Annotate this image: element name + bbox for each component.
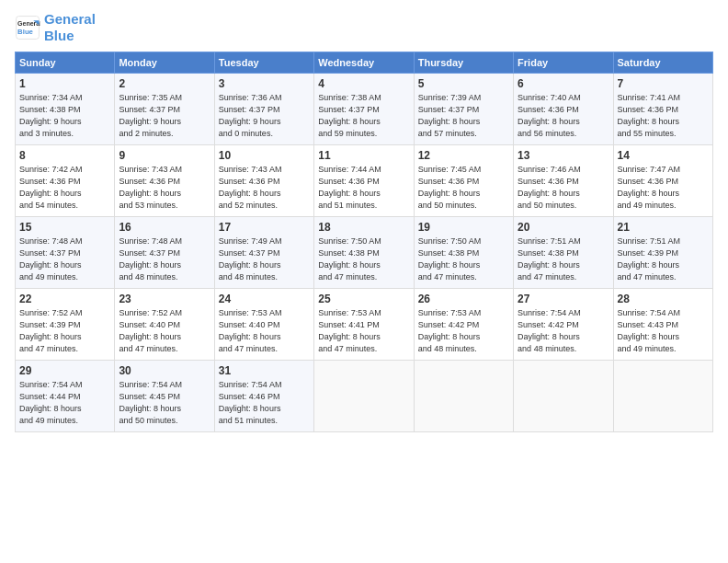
col-header-tuesday: Tuesday bbox=[214, 52, 313, 74]
day-cell: 29Sunrise: 7:54 AMSunset: 4:44 PMDayligh… bbox=[16, 361, 115, 432]
day-cell: 18Sunrise: 7:50 AMSunset: 4:38 PMDayligh… bbox=[314, 217, 414, 289]
week-row-5: 29Sunrise: 7:54 AMSunset: 4:44 PMDayligh… bbox=[16, 361, 713, 432]
day-info: Sunrise: 7:45 AMSunset: 4:36 PMDaylight:… bbox=[418, 164, 509, 212]
day-info: Sunrise: 7:54 AMSunset: 4:42 PMDaylight:… bbox=[518, 307, 609, 355]
day-info: Sunrise: 7:52 AMSunset: 4:39 PMDaylight:… bbox=[19, 307, 110, 355]
day-number: 9 bbox=[119, 149, 210, 162]
day-cell: 16Sunrise: 7:48 AMSunset: 4:37 PMDayligh… bbox=[115, 217, 214, 289]
day-cell: 9Sunrise: 7:43 AMSunset: 4:36 PMDaylight… bbox=[115, 145, 214, 217]
day-info: Sunrise: 7:43 AMSunset: 4:36 PMDaylight:… bbox=[219, 164, 310, 212]
day-info: Sunrise: 7:54 AMSunset: 4:43 PMDaylight:… bbox=[618, 307, 709, 355]
day-number: 24 bbox=[219, 293, 310, 305]
day-cell: 28Sunrise: 7:54 AMSunset: 4:43 PMDayligh… bbox=[613, 289, 712, 361]
day-info: Sunrise: 7:53 AMSunset: 4:40 PMDaylight:… bbox=[219, 307, 310, 355]
header-row: SundayMondayTuesdayWednesdayThursdayFrid… bbox=[16, 52, 713, 74]
day-number: 5 bbox=[418, 77, 509, 90]
day-info: Sunrise: 7:48 AMSunset: 4:37 PMDaylight:… bbox=[19, 236, 110, 283]
day-number: 25 bbox=[318, 293, 409, 305]
week-row-2: 8Sunrise: 7:42 AMSunset: 4:36 PMDaylight… bbox=[16, 145, 713, 217]
day-cell: 15Sunrise: 7:48 AMSunset: 4:37 PMDayligh… bbox=[16, 217, 115, 289]
week-row-3: 15Sunrise: 7:48 AMSunset: 4:37 PMDayligh… bbox=[16, 217, 713, 289]
day-info: Sunrise: 7:38 AMSunset: 4:37 PMDaylight:… bbox=[318, 92, 409, 140]
day-cell: 26Sunrise: 7:53 AMSunset: 4:42 PMDayligh… bbox=[414, 289, 513, 361]
day-info: Sunrise: 7:50 AMSunset: 4:38 PMDaylight:… bbox=[418, 236, 509, 283]
day-cell: 17Sunrise: 7:49 AMSunset: 4:37 PMDayligh… bbox=[214, 217, 313, 289]
day-cell: 14Sunrise: 7:47 AMSunset: 4:36 PMDayligh… bbox=[613, 145, 712, 217]
day-number: 13 bbox=[518, 149, 609, 162]
day-info: Sunrise: 7:54 AMSunset: 4:46 PMDaylight:… bbox=[219, 379, 310, 427]
day-cell: 27Sunrise: 7:54 AMSunset: 4:42 PMDayligh… bbox=[514, 289, 613, 361]
page-container: General Blue GeneralBlue SundayMondayTue… bbox=[0, 0, 728, 440]
day-number: 26 bbox=[418, 293, 509, 305]
logo-text: GeneralBlue bbox=[44, 11, 96, 44]
day-number: 21 bbox=[618, 221, 709, 234]
day-info: Sunrise: 7:47 AMSunset: 4:36 PMDaylight:… bbox=[618, 164, 709, 212]
day-info: Sunrise: 7:39 AMSunset: 4:37 PMDaylight:… bbox=[418, 92, 509, 140]
day-cell: 20Sunrise: 7:51 AMSunset: 4:38 PMDayligh… bbox=[514, 217, 613, 289]
day-number: 31 bbox=[219, 364, 310, 377]
day-info: Sunrise: 7:49 AMSunset: 4:37 PMDaylight:… bbox=[219, 236, 310, 283]
day-cell: 11Sunrise: 7:44 AMSunset: 4:36 PMDayligh… bbox=[314, 145, 414, 217]
day-info: Sunrise: 7:53 AMSunset: 4:42 PMDaylight:… bbox=[418, 307, 509, 355]
day-info: Sunrise: 7:41 AMSunset: 4:36 PMDaylight:… bbox=[618, 92, 709, 140]
day-number: 11 bbox=[318, 149, 409, 162]
day-cell: 10Sunrise: 7:43 AMSunset: 4:36 PMDayligh… bbox=[214, 145, 313, 217]
day-cell: 13Sunrise: 7:46 AMSunset: 4:36 PMDayligh… bbox=[514, 145, 613, 217]
day-info: Sunrise: 7:42 AMSunset: 4:36 PMDaylight:… bbox=[19, 164, 110, 212]
day-info: Sunrise: 7:51 AMSunset: 4:38 PMDaylight:… bbox=[518, 236, 609, 283]
day-info: Sunrise: 7:35 AMSunset: 4:37 PMDaylight:… bbox=[119, 92, 210, 140]
day-number: 7 bbox=[618, 77, 709, 90]
day-info: Sunrise: 7:50 AMSunset: 4:38 PMDaylight:… bbox=[318, 236, 409, 283]
day-cell: 5Sunrise: 7:39 AMSunset: 4:37 PMDaylight… bbox=[414, 74, 513, 145]
day-cell: 6Sunrise: 7:40 AMSunset: 4:36 PMDaylight… bbox=[514, 74, 613, 145]
day-cell: 23Sunrise: 7:52 AMSunset: 4:40 PMDayligh… bbox=[115, 289, 214, 361]
logo: General Blue GeneralBlue bbox=[15, 11, 96, 44]
day-cell: 12Sunrise: 7:45 AMSunset: 4:36 PMDayligh… bbox=[414, 145, 513, 217]
day-info: Sunrise: 7:40 AMSunset: 4:36 PMDaylight:… bbox=[518, 92, 609, 140]
day-cell: 30Sunrise: 7:54 AMSunset: 4:45 PMDayligh… bbox=[115, 361, 214, 432]
day-info: Sunrise: 7:43 AMSunset: 4:36 PMDaylight:… bbox=[119, 164, 210, 212]
col-header-thursday: Thursday bbox=[414, 52, 513, 74]
day-cell: 7Sunrise: 7:41 AMSunset: 4:36 PMDaylight… bbox=[613, 74, 712, 145]
day-info: Sunrise: 7:54 AMSunset: 4:45 PMDaylight:… bbox=[119, 379, 210, 427]
logo-icon: General Blue bbox=[15, 15, 40, 40]
day-number: 16 bbox=[119, 221, 210, 234]
day-cell: 22Sunrise: 7:52 AMSunset: 4:39 PMDayligh… bbox=[16, 289, 115, 361]
day-number: 23 bbox=[119, 293, 210, 305]
day-number: 22 bbox=[19, 293, 110, 305]
day-cell: 19Sunrise: 7:50 AMSunset: 4:38 PMDayligh… bbox=[414, 217, 513, 289]
svg-text:Blue: Blue bbox=[17, 28, 34, 36]
day-number: 4 bbox=[318, 77, 409, 90]
day-number: 1 bbox=[19, 77, 110, 90]
day-number: 3 bbox=[219, 77, 310, 90]
week-row-1: 1Sunrise: 7:34 AMSunset: 4:38 PMDaylight… bbox=[16, 74, 713, 145]
day-cell: 2Sunrise: 7:35 AMSunset: 4:37 PMDaylight… bbox=[115, 74, 214, 145]
day-number: 18 bbox=[318, 221, 409, 234]
day-info: Sunrise: 7:53 AMSunset: 4:41 PMDaylight:… bbox=[318, 307, 409, 355]
col-header-friday: Friday bbox=[514, 52, 613, 74]
day-cell bbox=[514, 361, 613, 432]
day-cell: 24Sunrise: 7:53 AMSunset: 4:40 PMDayligh… bbox=[214, 289, 313, 361]
col-header-monday: Monday bbox=[115, 52, 214, 74]
day-info: Sunrise: 7:48 AMSunset: 4:37 PMDaylight:… bbox=[119, 236, 210, 283]
day-info: Sunrise: 7:44 AMSunset: 4:36 PMDaylight:… bbox=[318, 164, 409, 212]
day-cell: 8Sunrise: 7:42 AMSunset: 4:36 PMDaylight… bbox=[16, 145, 115, 217]
day-number: 29 bbox=[19, 364, 110, 377]
calendar-table: SundayMondayTuesdayWednesdayThursdayFrid… bbox=[15, 52, 713, 432]
day-number: 30 bbox=[119, 364, 210, 377]
day-number: 6 bbox=[518, 77, 609, 90]
day-number: 20 bbox=[518, 221, 609, 234]
day-cell bbox=[613, 361, 712, 432]
day-cell: 1Sunrise: 7:34 AMSunset: 4:38 PMDaylight… bbox=[16, 74, 115, 145]
day-cell bbox=[314, 361, 414, 432]
day-cell bbox=[414, 361, 513, 432]
day-number: 10 bbox=[219, 149, 310, 162]
week-row-4: 22Sunrise: 7:52 AMSunset: 4:39 PMDayligh… bbox=[16, 289, 713, 361]
col-header-saturday: Saturday bbox=[613, 52, 712, 74]
day-number: 28 bbox=[618, 293, 709, 305]
day-cell: 21Sunrise: 7:51 AMSunset: 4:39 PMDayligh… bbox=[613, 217, 712, 289]
day-info: Sunrise: 7:52 AMSunset: 4:40 PMDaylight:… bbox=[119, 307, 210, 355]
day-number: 17 bbox=[219, 221, 310, 234]
col-header-wednesday: Wednesday bbox=[314, 52, 414, 74]
day-info: Sunrise: 7:54 AMSunset: 4:44 PMDaylight:… bbox=[19, 379, 110, 427]
